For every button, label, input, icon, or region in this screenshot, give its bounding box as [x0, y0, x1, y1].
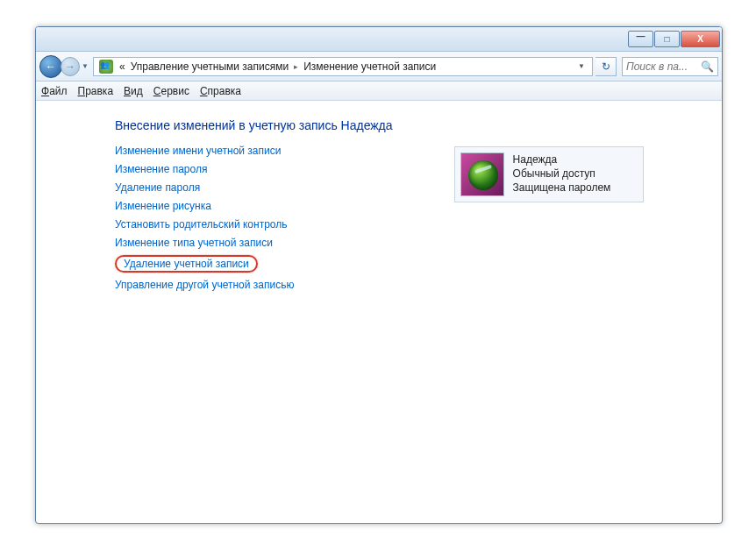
link-delete-account[interactable]: Удаление учетной записи: [115, 255, 258, 273]
breadcrumb-segment-change[interactable]: Изменение учетной записи: [301, 60, 439, 73]
account-name: Надежда: [513, 152, 611, 167]
breadcrumb-chevrons: «: [117, 60, 128, 73]
account-type: Обычный доступ: [513, 167, 611, 181]
link-change-name[interactable]: Изменение имени учетной записи: [115, 145, 393, 157]
menu-tools[interactable]: Сервис: [153, 85, 189, 97]
link-remove-password[interactable]: Удаление пароля: [115, 181, 393, 194]
menu-view[interactable]: Вид: [124, 85, 143, 97]
account-protection: Защищена паролем: [513, 181, 611, 195]
minimize-button[interactable]: —: [628, 31, 653, 47]
account-avatar: [460, 152, 504, 196]
navbar: ← → ▼ « Управление учетными записями ▸ И…: [36, 52, 722, 82]
link-change-password[interactable]: Изменение пароля: [115, 163, 393, 175]
maximize-button[interactable]: □: [654, 31, 680, 47]
tasks-column: Внесение изменений в учетную запись Наде…: [115, 118, 393, 291]
maximize-icon: □: [664, 34, 669, 44]
search-icon[interactable]: 🔍: [701, 60, 714, 73]
close-icon: X: [697, 34, 703, 44]
menu-edit[interactable]: Правка: [78, 85, 114, 97]
link-change-picture[interactable]: Изменение рисунка: [115, 200, 393, 212]
menu-help[interactable]: Справка: [200, 85, 241, 97]
forward-arrow-icon: →: [65, 60, 75, 73]
menu-file[interactable]: Файл: [41, 85, 68, 97]
forward-button[interactable]: →: [61, 57, 80, 76]
back-button[interactable]: ←: [39, 55, 62, 78]
refresh-icon: ↻: [602, 60, 610, 73]
control-panel-window: — □ X ← → ▼ « Управление учетными запися…: [35, 26, 723, 524]
account-tile[interactable]: Надежда Обычный доступ Защищена паролем: [454, 146, 644, 202]
menubar: Файл Правка Вид Сервис Справка: [36, 82, 722, 101]
link-manage-other[interactable]: Управление другой учетной записью: [115, 279, 393, 291]
chevron-down-icon: ▼: [82, 62, 89, 70]
close-button[interactable]: X: [681, 31, 720, 47]
task-links: Изменение имени учетной записи Изменение…: [115, 145, 393, 291]
account-info: Надежда Обычный доступ Защищена паролем: [513, 152, 611, 196]
breadcrumb-arrow-icon[interactable]: ▸: [291, 62, 301, 71]
link-parental-controls[interactable]: Установить родительский контроль: [115, 218, 393, 230]
link-change-type[interactable]: Изменение типа учетной записи: [115, 237, 393, 249]
history-dropdown[interactable]: ▼: [80, 59, 90, 74]
back-arrow-icon: ←: [46, 60, 56, 73]
address-bar[interactable]: « Управление учетными записями ▸ Изменен…: [93, 57, 593, 76]
account-column: Надежда Обычный доступ Защищена паролем: [454, 118, 644, 291]
search-box[interactable]: 🔍: [622, 57, 718, 76]
user-accounts-icon: [99, 60, 113, 74]
titlebar: — □ X: [36, 27, 722, 52]
nav-arrows: ← → ▼: [39, 55, 90, 78]
search-input[interactable]: [626, 60, 696, 73]
breadcrumb-segment-accounts[interactable]: Управление учетными записями: [128, 60, 291, 73]
content-area: Внесение изменений в учетную запись Наде…: [36, 101, 722, 291]
refresh-button[interactable]: ↻: [596, 57, 617, 76]
page-heading: Внесение изменений в учетную запись Наде…: [115, 118, 393, 132]
minimize-icon: —: [637, 32, 645, 41]
address-dropdown[interactable]: ▼: [573, 62, 590, 70]
